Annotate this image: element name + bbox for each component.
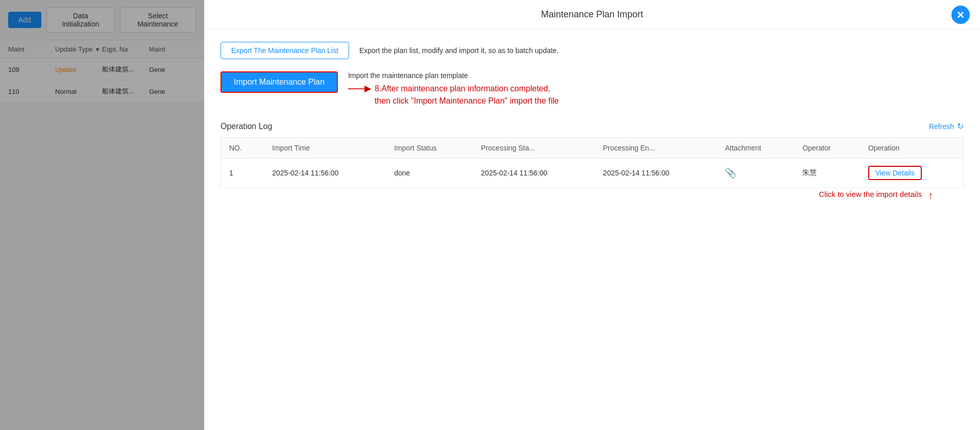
col-import-status: Import Status [386,138,473,159]
modal-header: Maintenance Plan Import [204,0,980,30]
annotation-text: Click to view the import details [819,190,922,198]
annotation-row: Click to view the import details ↑ [220,190,964,201]
view-details-button[interactable]: View Details [868,166,922,180]
table-body: 1 2025-02-14 11:56:00 done 2025-02-14 11… [221,159,964,188]
table-row: 1 2025-02-14 11:56:00 done 2025-02-14 11… [221,159,964,188]
cell-operator: 朱慧 [794,159,860,188]
import-button[interactable]: Import Maintenance Plan [220,71,338,93]
col-import-time: Import Time [264,138,386,159]
export-button[interactable]: Export The Maintenance Plan List [220,42,349,59]
table-header: NO. Import Time Import Status Processing… [221,138,964,159]
import-hint-arrow-row: ——▶ 8.After maintenance plan information… [348,83,559,107]
refresh-button[interactable]: Refresh ↻ [929,121,964,131]
attachment-icon: 📎 [725,167,736,179]
col-operator: Operator [794,138,860,159]
cell-operation: View Details [860,159,964,188]
col-operation: Operation [860,138,964,159]
close-button[interactable] [951,6,970,24]
annotation-arrow-down-icon: ↑ [928,190,933,201]
col-no: NO. [221,138,264,159]
modal-panel: Maintenance Plan Import Export The Maint… [204,0,980,430]
operation-log-header: Operation Log Refresh ↻ [220,121,964,131]
cell-attachment: 📎 [717,159,794,188]
cell-processing-end: 2025-02-14 11:56:00 [595,159,717,188]
bg-overlay [0,0,204,430]
col-processing-end: Processing En... [595,138,717,159]
col-attachment: Attachment [717,138,794,159]
modal-body: Export The Maintenance Plan List Export … [204,30,980,430]
cell-processing-start: 2025-02-14 11:56:00 [473,159,595,188]
export-description: Export the plan list, modify and import … [359,46,559,55]
import-row: Import Maintenance Plan Import the maint… [220,71,964,107]
cell-no: 1 [221,159,264,188]
close-icon [957,11,965,19]
operation-log-table: NO. Import Time Import Status Processing… [220,137,964,188]
col-processing-start: Processing Sta... [473,138,595,159]
refresh-icon: ↻ [957,121,964,131]
cell-import-status: done [386,159,473,188]
import-hint-area: Import the maintenance plan template ——▶… [348,71,559,107]
arrow-right-icon: ——▶ [348,84,371,93]
cell-import-time: 2025-02-14 11:56:00 [264,159,386,188]
op-log-title: Operation Log [220,122,272,131]
import-hint-line1: Import the maintenance plan template [348,71,559,80]
refresh-label: Refresh [929,122,954,131]
modal-title: Maintenance Plan Import [541,9,643,20]
export-row: Export The Maintenance Plan List Export … [220,42,964,59]
import-hint-main: 8.After maintenance plan information com… [375,83,559,107]
